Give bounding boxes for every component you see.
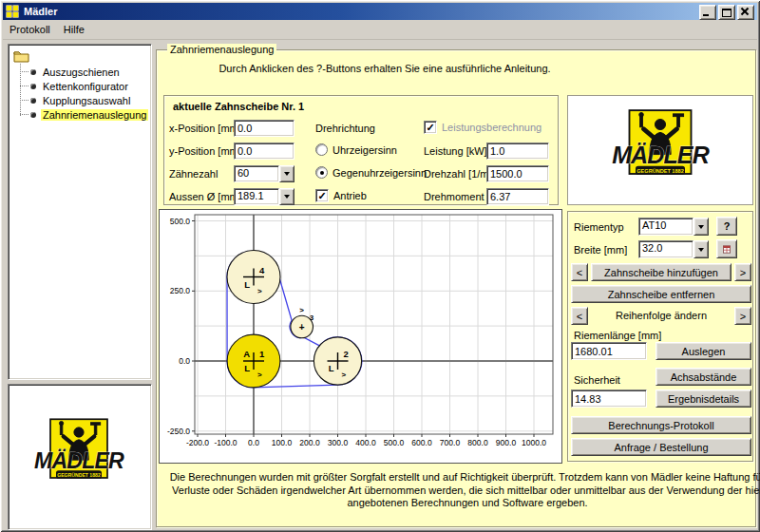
wheel-next-button[interactable]: > xyxy=(734,263,751,281)
table-button[interactable] xyxy=(716,239,737,258)
calculation-protocol-button[interactable]: Berechnungs-Protokoll xyxy=(571,416,751,434)
svg-text:2: 2 xyxy=(344,349,349,359)
x-position-input[interactable] xyxy=(234,120,294,137)
reorder-label: Reihenfolge ändern xyxy=(591,310,732,321)
main-groupbox-title: Zahnriemenauslegung xyxy=(167,44,276,55)
svg-text:600.0: 600.0 xyxy=(411,438,432,447)
tree-bullet-icon xyxy=(30,69,36,75)
close-button[interactable] xyxy=(737,5,754,20)
svg-text:-100.0: -100.0 xyxy=(214,438,237,447)
reorder-prev-button[interactable]: < xyxy=(571,307,588,325)
power-calc-checkbox[interactable] xyxy=(424,121,437,134)
diameter-select[interactable]: 189.1 xyxy=(234,188,294,205)
counterclockwise-radio-row[interactable]: Gegenuhrzeigersinn xyxy=(315,166,427,179)
svg-text:-250.0: -250.0 xyxy=(167,427,190,436)
sidebar-item-label[interactable]: Auszugschienen xyxy=(41,66,122,78)
svg-text:1000.0: 1000.0 xyxy=(522,438,546,447)
svg-text:>: > xyxy=(257,370,262,379)
svg-text:300.0: 300.0 xyxy=(328,438,349,447)
svg-text:100.0: 100.0 xyxy=(272,438,293,447)
disclaimer-text: Die Berechnungen wurden mit größter Sorg… xyxy=(163,471,760,510)
svg-text:L: L xyxy=(244,363,250,373)
clockwise-radio-row[interactable]: Uhrzeigersinn xyxy=(315,143,397,156)
direction-label: Drehrichtung xyxy=(315,123,375,134)
menu-hilfe[interactable]: Hilfe xyxy=(57,22,91,37)
tree-bullet-icon xyxy=(30,98,36,104)
chevron-down-icon[interactable] xyxy=(279,188,294,205)
calculate-button[interactable]: Auslegen xyxy=(656,342,751,360)
drive-checkbox-row[interactable]: Antrieb xyxy=(315,189,367,202)
belt-type-label: Riementyp xyxy=(574,221,624,233)
teeth-label: Zähnezahl xyxy=(169,168,218,180)
y-position-label: y-Position [mm] xyxy=(169,145,241,157)
svg-text:0.0: 0.0 xyxy=(248,438,259,447)
belt-width-label: Breite [mm] xyxy=(574,244,627,256)
svg-text:>: > xyxy=(342,370,347,379)
svg-text:700.0: 700.0 xyxy=(440,438,461,447)
chevron-down-icon[interactable] xyxy=(694,240,709,258)
belt-layout-chart[interactable]: A1L>2L>>3+4L>-200.0-100.00.0100.0200.030… xyxy=(160,210,561,455)
power-calc-label: Leistungsberechnung xyxy=(442,122,542,133)
x-position-label: x-Position [mm] xyxy=(169,123,241,134)
inquiry-order-button[interactable]: Anfrage / Bestellung xyxy=(571,438,751,456)
logo-founded: GEGRÜNDET 1882 xyxy=(636,168,683,174)
svg-text:3: 3 xyxy=(310,314,314,322)
belt-width-select[interactable]: 32.0 xyxy=(638,240,709,258)
sidebar-item-kupplungsauswahl[interactable]: Kupplungsauswahl xyxy=(9,93,132,107)
logo-panel-top: MÄDLER GEGRÜNDET 1882 xyxy=(567,95,753,205)
svg-text:+: + xyxy=(299,322,305,332)
title-bar[interactable]: Mädler xyxy=(3,3,757,20)
svg-text:800.0: 800.0 xyxy=(467,438,488,447)
reorder-next-button[interactable]: > xyxy=(734,307,751,325)
window-title: Mädler xyxy=(24,6,57,17)
belt-length-input[interactable] xyxy=(571,342,647,360)
minimize-button[interactable] xyxy=(699,5,716,20)
result-details-button[interactable]: Ergebnisdetails xyxy=(656,390,751,408)
sidebar-item-label[interactable]: Kupplungsauswahl xyxy=(41,95,132,106)
chevron-down-icon[interactable] xyxy=(279,165,294,182)
svg-text:500.0: 500.0 xyxy=(384,438,405,447)
maximize-button[interactable] xyxy=(718,5,735,20)
chevron-down-icon[interactable] xyxy=(694,218,709,236)
power-calc-checkbox-row[interactable]: Leistungsberechnung xyxy=(424,121,542,134)
belt-type-select[interactable]: AT10 xyxy=(638,218,709,236)
teeth-value: 60 xyxy=(234,165,279,182)
sidebar-item-label-selected[interactable]: Zahnriemenauslegung xyxy=(41,109,148,121)
svg-text:900.0: 900.0 xyxy=(496,438,517,447)
torque-input[interactable] xyxy=(486,188,549,205)
drive-checkbox[interactable] xyxy=(315,189,329,202)
tree-bullet-icon xyxy=(30,84,36,89)
clockwise-radio[interactable] xyxy=(315,143,328,156)
sidebar-item-label[interactable]: Kettenkonfigurator xyxy=(41,81,130,92)
power-input[interactable] xyxy=(486,142,549,160)
folder-icon[interactable] xyxy=(13,49,30,63)
y-position-input[interactable] xyxy=(234,142,294,160)
application-window: Mädler Protokoll Hilfe Auszugschienen Ke… xyxy=(0,0,760,532)
help-button[interactable]: ? xyxy=(716,217,737,236)
belt-type-value: AT10 xyxy=(638,218,694,236)
svg-text:500.0: 500.0 xyxy=(170,217,191,226)
belt-length-label: Riemenlänge [mm] xyxy=(574,330,661,341)
sidebar-item-auszugschienen[interactable]: Auszugschienen xyxy=(9,65,122,79)
add-wheel-button[interactable]: Zahnscheibe hinzufügen xyxy=(591,263,732,281)
clockwise-label: Uhrzeigersinn xyxy=(332,144,397,156)
table-icon xyxy=(723,244,731,255)
belt-layout-chart-panel: A1L>2L>>3+4L>-200.0-100.00.0100.0200.030… xyxy=(159,209,562,464)
sidebar-item-zahnriemenauslegung[interactable]: Zahnriemenauslegung xyxy=(9,107,148,122)
remove-wheel-button[interactable]: Zahnscheibe entfernen xyxy=(571,285,751,303)
svg-text:L: L xyxy=(329,363,334,373)
counterclockwise-radio[interactable] xyxy=(315,166,328,179)
madler-logo: MÄDLER GEGRÜNDET 1882 xyxy=(598,104,722,195)
speed-input[interactable] xyxy=(486,165,549,182)
safety-input[interactable] xyxy=(571,390,647,408)
safety-label: Sicherheit xyxy=(574,374,620,386)
wheel-prev-button[interactable]: < xyxy=(571,263,588,281)
tree-bullet-icon xyxy=(30,112,36,118)
svg-text:>: > xyxy=(257,287,262,295)
axis-distances-button[interactable]: Achsabstände xyxy=(656,368,751,386)
svg-text:A: A xyxy=(243,349,250,359)
teeth-select[interactable]: 60 xyxy=(234,165,294,182)
menu-protokoll[interactable]: Protokoll xyxy=(3,22,57,37)
sidebar-item-kettenkonfigurator[interactable]: Kettenkonfigurator xyxy=(9,79,130,93)
svg-text:-200.0: -200.0 xyxy=(186,438,209,447)
